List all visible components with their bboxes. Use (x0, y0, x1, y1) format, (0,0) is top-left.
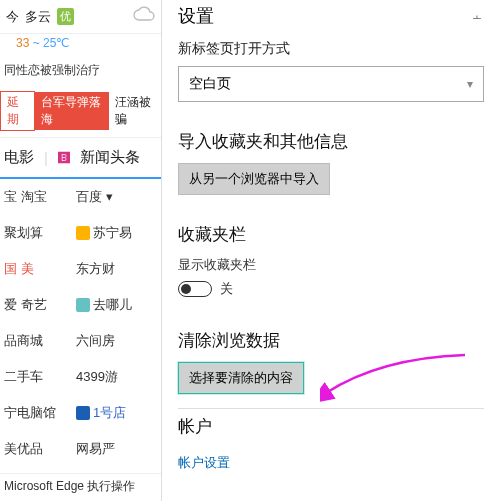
link-juhuasuan[interactable]: 聚划算 (4, 224, 76, 242)
newtab-label: 新标签页打开方式 (178, 40, 484, 58)
link-mall[interactable]: 品商城 (4, 332, 76, 350)
newtab-value: 空白页 (189, 75, 231, 93)
weather-cond: 多云 (25, 8, 51, 26)
link-taobao[interactable]: 宝 淘宝 (4, 188, 76, 206)
tab-news[interactable]: 新闻头条 (80, 148, 140, 167)
tag-delay[interactable]: 延期 (0, 91, 35, 131)
link-usedcar[interactable]: 二手车 (4, 368, 76, 386)
link-computer[interactable]: 宁电脑馆 (4, 404, 76, 422)
link-6rooms[interactable]: 六间房 (76, 332, 158, 350)
link-yanxuan[interactable]: 网易严 (76, 440, 158, 458)
link-yhd[interactable]: 1号店 (93, 404, 126, 422)
headline-text[interactable]: 同性恋被强制治疗 (0, 56, 162, 85)
quicklinks-grid: 宝 淘宝百度 ▾ 聚划算苏宁易 国 美东方财 爱 奇艺去哪儿 品商城六间房 二手… (0, 179, 162, 467)
category-tabs: 电影 | 🅱 新闻头条 (0, 138, 162, 179)
toggle-knob (181, 284, 191, 294)
yhd-icon (76, 406, 90, 420)
newtab-select[interactable]: 空白页 ▾ (178, 66, 484, 102)
account-title: 帐户 (178, 415, 484, 438)
import-section-title: 导入收藏夹和其他信息 (178, 130, 484, 153)
tab-separator: | (44, 149, 48, 166)
settings-panel: 设置 ⫠ 新标签页打开方式 空白页 ▾ 导入收藏夹和其他信息 从另一个浏览器中导… (162, 0, 500, 501)
account-settings-link[interactable]: 帐户设置 (178, 454, 230, 472)
pin-icon[interactable]: ⫠ (470, 8, 484, 24)
link-qunar[interactable]: 去哪儿 (93, 296, 132, 314)
settings-title: 设置 (178, 4, 214, 28)
cloud-icon (132, 6, 156, 27)
temp-low: ~ 25℃ (33, 36, 70, 50)
temperature-line: 33 ~ 25℃ (0, 34, 162, 56)
edge-action-bar[interactable]: Microsoft Edge 执行操作 (0, 473, 162, 499)
air-quality-badge: 优 (57, 8, 74, 25)
tag-missile[interactable]: 台军导弹落海 (35, 92, 109, 130)
toggle-track (178, 281, 212, 297)
tab-movie[interactable]: 电影 (4, 148, 34, 167)
link-baidu[interactable]: 百度 ▾ (76, 188, 158, 206)
link-meiyoupin[interactable]: 美优品 (4, 440, 76, 458)
favorites-toggle[interactable]: 关 (178, 280, 233, 298)
chevron-down-icon: ▾ (467, 77, 473, 91)
section-divider (178, 408, 484, 409)
show-favorites-label: 显示收藏夹栏 (178, 256, 484, 274)
toggle-state-label: 关 (220, 280, 233, 298)
temp-high: 33 (16, 36, 29, 50)
link-suning[interactable]: 苏宁易 (93, 224, 132, 242)
news-tags: 延期 台军导弹落海 汪涵被骗 (0, 85, 162, 138)
favorites-section-title: 收藏夹栏 (178, 223, 484, 246)
choose-clear-button[interactable]: 选择要清除的内容 (178, 362, 304, 394)
link-eastmoney[interactable]: 东方财 (76, 260, 158, 278)
suning-icon (76, 226, 90, 240)
link-iqiyi[interactable]: 爱 奇艺 (4, 296, 76, 314)
clear-data-title: 清除浏览数据 (178, 329, 484, 352)
tag-wanghan[interactable]: 汪涵被骗 (109, 92, 162, 130)
weather-today: 今 (6, 8, 19, 26)
qunar-icon (76, 298, 90, 312)
link-gome[interactable]: 国 美 (4, 260, 34, 278)
edge-action-label: Microsoft Edge 执行操作 (4, 478, 135, 495)
import-button[interactable]: 从另一个浏览器中导入 (178, 163, 330, 195)
link-4399[interactable]: 4399游 (76, 368, 158, 386)
browser-content-left: 今 多云 优 33 ~ 25℃ 同性恋被强制治疗 延期 台军导弹落海 汪涵被骗 … (0, 0, 162, 501)
weather-bar: 今 多云 优 (0, 0, 162, 34)
news-icon: 🅱 (58, 151, 70, 165)
